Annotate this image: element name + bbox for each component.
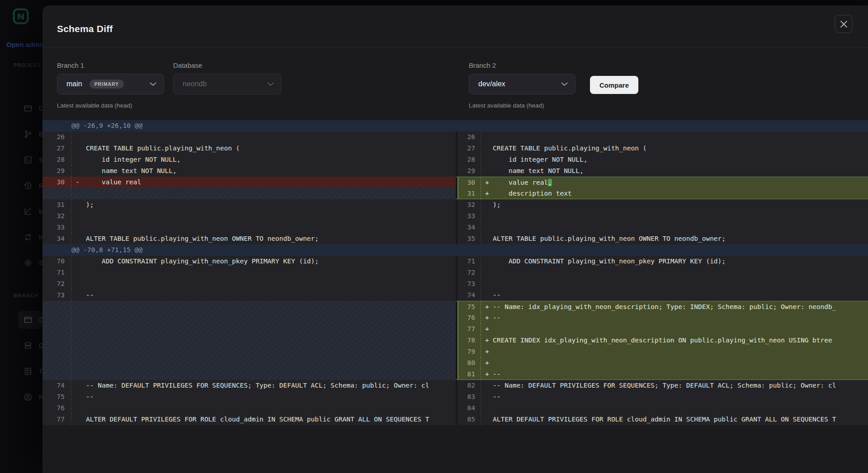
diff-pane-branch1: @@ -26,9 +26,10 @@2627CREATE TABLE publi… [42,120,456,425]
diff-row-spacer [42,346,456,357]
code-line: ADD CONSTRAINT playing_with_neon_pkey PR… [481,256,868,267]
deleted-marker: - [75,177,80,188]
code-line [71,357,456,369]
database-select[interactable]: neondb [173,74,282,94]
diff-row-add-78: 78+CREATE INDEX idx_playing_with_neon_de… [456,335,868,346]
code-line [481,278,868,290]
line-number [42,301,71,312]
line-number: 27 [42,143,71,154]
code-line [481,131,868,143]
added-marker: + [485,335,489,346]
diff-row-ctx-71: 71 [42,267,456,278]
diff-row-ctx-84: 84 [456,403,868,414]
diff-row-add-75: 75+-- Name: idx_playing_with_neon_descri… [456,301,868,312]
code-line: name text NOT NULL, [71,165,456,177]
added-marker: + [485,188,489,199]
diff-row-ctx-28: 28 id integer NOT NULL, [42,154,456,165]
diff-row-hunk [456,120,868,131]
code-line [481,211,868,222]
branch2-hint: Latest available data (head) [469,102,544,109]
code-line: + [481,357,868,369]
diff-row-ctx-31: 31); [42,199,456,211]
added-marker: + [485,312,489,323]
diff-row-spacer [42,369,456,380]
code-line: +-- [481,312,868,323]
diff-row-ctx-72: 72 [42,278,456,290]
line-number: 75 [456,301,481,312]
added-marker: + [485,369,489,379]
chevron-down-icon [267,80,274,88]
schema-diff-modal: Schema Diff Branch 1 Database Branch 2 m… [42,5,868,473]
line-number: 75 [42,391,71,403]
diff-row-ctx-33: 33 [42,222,456,233]
added-marker: + [485,301,489,312]
code-line: CREATE TABLE public.playing_with_neon ( [71,143,456,154]
diff-row-ctx-82: 82-- Name: DEFAULT PRIVILEGES FOR SEQUEN… [456,380,868,391]
line-number: 29 [42,165,71,177]
line-number: 81 [456,369,481,379]
diff-row-del-30: 30- value real [42,177,456,188]
line-number [42,335,71,346]
diff-row-ctx-32: 32); [456,199,868,211]
chevron-down-icon [561,80,568,88]
code-line: CREATE TABLE public.playing_with_neon ( [481,143,868,154]
diff-row-spacer [42,312,456,323]
compare-button[interactable]: Compare [590,76,638,94]
code-line: ); [71,199,456,211]
code-line [71,403,456,414]
line-number: 32 [456,199,481,211]
code-line: +CREATE INDEX idx_playing_with_neon_desc… [481,335,868,346]
code-line [481,403,868,414]
diff-row-ctx-28: 28 id integer NOT NULL, [456,154,868,165]
diff-row-ctx-27: 27CREATE TABLE public.playing_with_neon … [456,143,868,154]
line-number: 33 [42,222,71,233]
line-number: 80 [456,357,481,369]
line-number [42,323,71,335]
line-number: 34 [456,222,481,233]
line-number: 70 [42,256,71,267]
code-line: + value real, [481,177,868,188]
diff-row-ctx-26: 26 [42,131,456,143]
code-line [71,335,456,346]
diff-row-ctx-73: 73-- [42,290,456,301]
close-icon[interactable] [835,15,853,33]
line-number: 76 [42,403,71,414]
code-line [71,222,456,233]
code-line [71,323,456,335]
code-line: -- [71,290,456,301]
line-number: 28 [42,154,71,165]
line-number: 73 [456,278,481,290]
code-line: + [481,346,868,357]
branch1-select[interactable]: main PRIMARY [57,74,164,94]
diff-row-ctx-33: 33 [456,211,868,222]
code-line: + description text [481,188,868,199]
added-marker: + [485,323,489,335]
code-line [481,267,868,278]
diff-row-hunk: @@ -26,9 +26,10 @@ [42,120,456,131]
diff-row-ctx-32: 32 [42,211,456,222]
line-number: 33 [456,211,481,222]
diff-row-spacer [42,301,456,312]
schema-diff-view: @@ -26,9 +26,10 @@2627CREATE TABLE publi… [42,120,868,425]
line-number [42,346,71,357]
diff-row-ctx-77: 77ALTER DEFAULT PRIVILEGES FOR ROLE clou… [42,414,456,425]
line-number: 28 [456,154,481,165]
branch1-label: Branch 1 [57,61,84,69]
code-line [481,222,868,233]
line-number: 26 [456,131,481,143]
code-line [71,188,456,199]
diff-row-add-31: 31+ description text [456,188,868,199]
line-number: 32 [42,211,71,222]
line-number [42,312,71,323]
code-line: ALTER TABLE public.playing_with_neon OWN… [481,233,868,244]
code-line: -- [481,391,868,403]
diff-row-add-80: 80+ [456,357,868,369]
diff-row-ctx-73: 73 [456,278,868,290]
diff-row-ctx-74: 74-- Name: DEFAULT PRIVILEGES FOR SEQUEN… [42,380,456,391]
code-line [71,369,456,380]
diff-row-spacer [42,335,456,346]
code-line: ALTER DEFAULT PRIVILEGES FOR ROLE cloud_… [71,414,456,425]
branch1-hint: Latest available data (head) [57,102,132,109]
branch2-select[interactable]: dev/alex [469,74,576,94]
line-number [42,357,71,369]
